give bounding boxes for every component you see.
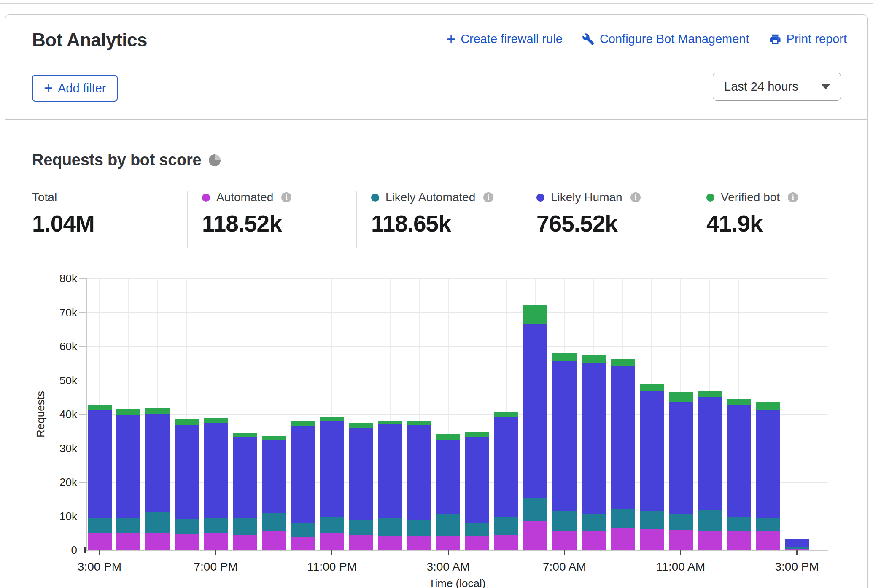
bar-segment-likely-human[interactable]: [611, 366, 635, 510]
bar-segment-likely-automated[interactable]: [465, 523, 489, 536]
bar-segment-verified-bot[interactable]: [175, 419, 199, 425]
bar-segment-automated[interactable]: [698, 531, 722, 550]
bar-segment-verified-bot[interactable]: [582, 355, 606, 363]
bar-segment-likely-human[interactable]: [349, 428, 373, 520]
bar-segment-verified-bot[interactable]: [523, 305, 547, 324]
info-icon[interactable]: i: [630, 192, 641, 202]
print-report-link[interactable]: Print report: [769, 32, 847, 46]
bar-segment-automated[interactable]: [262, 531, 286, 550]
bar-segment-likely-automated[interactable]: [640, 511, 664, 529]
bar-segment-verified-bot[interactable]: [262, 436, 286, 440]
bar-segment-automated[interactable]: [640, 529, 664, 550]
bar-segment-likely-human[interactable]: [88, 410, 112, 518]
bar-segment-automated[interactable]: [378, 536, 402, 550]
bar-segment-verified-bot[interactable]: [233, 433, 257, 437]
bar-segment-likely-automated[interactable]: [116, 518, 140, 533]
bar-segment-automated[interactable]: [204, 533, 228, 550]
bar-segment-verified-bot[interactable]: [756, 402, 780, 410]
bar-segment-verified-bot[interactable]: [640, 384, 664, 391]
bar-segment-automated[interactable]: [291, 537, 315, 550]
bar-segment-verified-bot[interactable]: [116, 409, 140, 415]
bar-segment-likely-human[interactable]: [494, 417, 518, 517]
bar-segment-likely-automated[interactable]: [698, 510, 722, 531]
bar-segment-verified-bot[interactable]: [494, 412, 518, 417]
bar-segment-likely-automated[interactable]: [494, 517, 518, 535]
bar-segment-likely-human[interactable]: [669, 402, 693, 514]
bar-segment-verified-bot[interactable]: [204, 418, 228, 423]
bar-segment-automated[interactable]: [116, 533, 140, 550]
bar-segment-likely-human[interactable]: [233, 437, 257, 518]
info-icon[interactable]: i: [281, 192, 291, 202]
bar-segment-likely-human[interactable]: [291, 426, 315, 523]
bar-segment-likely-automated[interactable]: [175, 519, 199, 534]
bar-segment-automated[interactable]: [582, 531, 606, 550]
bar-segment-likely-automated[interactable]: [146, 512, 170, 533]
bar-segment-likely-automated[interactable]: [291, 523, 315, 537]
bar-segment-verified-bot[interactable]: [320, 417, 344, 421]
bar-segment-verified-bot[interactable]: [436, 434, 460, 440]
bar-segment-verified-bot[interactable]: [349, 423, 373, 428]
bar-segment-verified-bot[interactable]: [785, 539, 809, 539]
bar-segment-likely-automated[interactable]: [611, 509, 635, 528]
bar-segment-automated[interactable]: [727, 531, 751, 550]
bar-segment-likely-human[interactable]: [552, 361, 577, 511]
bar-segment-likely-human[interactable]: [436, 440, 460, 513]
bar-segment-automated[interactable]: [407, 536, 431, 550]
info-icon[interactable]: i: [483, 192, 493, 202]
bar-segment-likely-automated[interactable]: [785, 547, 809, 549]
bar-segment-automated[interactable]: [756, 531, 780, 550]
info-icon[interactable]: i: [788, 192, 798, 202]
bar-segment-verified-bot[interactable]: [698, 391, 722, 397]
bar-segment-verified-bot[interactable]: [378, 421, 402, 424]
bar-segment-automated[interactable]: [233, 535, 257, 550]
bar-segment-likely-human[interactable]: [785, 539, 809, 547]
bar-segment-likely-automated[interactable]: [669, 514, 693, 530]
bar-segment-automated[interactable]: [175, 534, 199, 550]
bar-segment-likely-human[interactable]: [204, 423, 228, 518]
bar-segment-likely-automated[interactable]: [523, 498, 547, 521]
bar-segment-likely-automated[interactable]: [378, 518, 402, 536]
bar-segment-likely-human[interactable]: [523, 324, 547, 498]
bar-segment-likely-automated[interactable]: [552, 511, 577, 531]
bar-segment-likely-human[interactable]: [378, 424, 402, 518]
bar-segment-likely-human[interactable]: [465, 437, 489, 523]
bar-segment-likely-human[interactable]: [582, 363, 606, 514]
bar-segment-automated[interactable]: [669, 530, 693, 550]
bar-segment-likely-automated[interactable]: [233, 518, 257, 535]
bar-segment-automated[interactable]: [552, 531, 577, 550]
bar-segment-likely-human[interactable]: [407, 425, 431, 520]
bar-segment-likely-automated[interactable]: [349, 520, 373, 534]
bar-segment-verified-bot[interactable]: [669, 392, 693, 402]
bar-segment-automated[interactable]: [465, 536, 489, 550]
bar-segment-likely-human[interactable]: [698, 397, 722, 510]
bar-segment-likely-human[interactable]: [640, 391, 664, 511]
bar-segment-likely-automated[interactable]: [262, 513, 286, 531]
bar-segment-likely-automated[interactable]: [204, 518, 228, 533]
bar-segment-verified-bot[interactable]: [611, 359, 635, 366]
add-filter-button[interactable]: + Add filter: [32, 75, 118, 102]
bar-segment-verified-bot[interactable]: [727, 399, 751, 405]
bar-segment-likely-human[interactable]: [175, 425, 199, 519]
bar-segment-likely-automated[interactable]: [582, 514, 606, 531]
bar-segment-automated[interactable]: [146, 533, 170, 550]
bar-segment-verified-bot[interactable]: [552, 353, 577, 361]
bar-segment-likely-automated[interactable]: [727, 517, 751, 531]
bar-segment-likely-automated[interactable]: [407, 520, 431, 536]
bar-segment-likely-human[interactable]: [262, 440, 286, 513]
bar-segment-likely-human[interactable]: [320, 421, 344, 517]
bar-segment-likely-human[interactable]: [756, 410, 780, 518]
bar-segment-automated[interactable]: [349, 535, 373, 550]
bar-segment-likely-human[interactable]: [116, 415, 140, 518]
bar-segment-automated[interactable]: [523, 521, 547, 550]
bar-segment-automated[interactable]: [88, 533, 112, 550]
bar-segment-likely-automated[interactable]: [436, 514, 460, 536]
bar-segment-verified-bot[interactable]: [291, 421, 315, 426]
create-firewall-rule-link[interactable]: + Create firewall rule: [447, 32, 563, 46]
bar-segment-automated[interactable]: [436, 536, 460, 550]
bar-segment-verified-bot[interactable]: [146, 408, 170, 414]
bar-segment-likely-automated[interactable]: [88, 518, 112, 533]
time-range-select[interactable]: Last 24 hours: [713, 73, 841, 101]
bar-segment-likely-human[interactable]: [727, 405, 751, 517]
bar-segment-verified-bot[interactable]: [465, 432, 489, 437]
bar-segment-automated[interactable]: [494, 535, 518, 550]
